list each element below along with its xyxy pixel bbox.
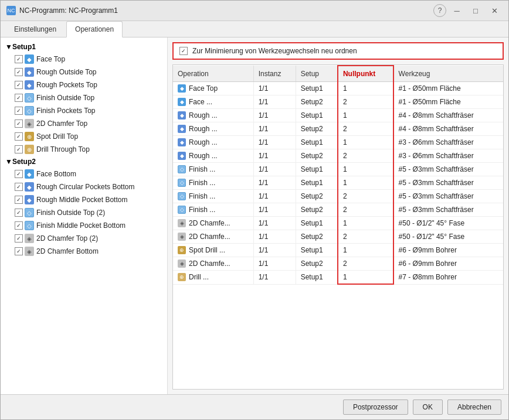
- row-op-label: Finish ...: [189, 165, 215, 173]
- sort-checkbox[interactable]: [179, 47, 188, 55]
- tree-item-rough-middle-bottom[interactable]: ◆ Rough Middle Pocket Bottom: [1, 193, 167, 206]
- title-bar-left: NC NC-Programm: NC-Programm1: [6, 6, 118, 15]
- tree-item-spot-drill-top[interactable]: ⊕ Spot Drill Top: [1, 130, 167, 143]
- 2d-chamfer-bottom-checkbox[interactable]: [15, 247, 23, 255]
- table-row[interactable]: ◈ 2D Chamfe... 1/1 Setup2 2 #6 - Ø9mm Bo…: [173, 257, 503, 271]
- tree-setup2-header[interactable]: ▼ Setup2: [1, 156, 167, 168]
- tree-item-rough-circular-bottom[interactable]: ◆ Rough Circular Pockets Bottom: [1, 180, 167, 193]
- rough-pockets-top-icon: ◆: [25, 80, 34, 90]
- 2d-chamfer-top-label: 2D Chamfer Top: [36, 119, 87, 128]
- td-instanz: 1/1: [253, 203, 296, 217]
- face-top-icon: ◆: [25, 54, 34, 64]
- table-row[interactable]: ◆ Rough ... 1/1 Setup2 2 #4 - Ø8mm Schaf…: [173, 122, 503, 136]
- tree-item-face-top[interactable]: ◆ Face Top: [1, 53, 167, 66]
- tree-item-2d-chamfer-top-2[interactable]: ◈ 2D Chamfer Top (2): [1, 232, 167, 245]
- 2d-chamfer-top-checkbox[interactable]: [15, 119, 23, 128]
- td-instanz: 1/1: [253, 257, 296, 271]
- row-op-icon: ◆: [178, 125, 186, 133]
- tree-item-face-bottom[interactable]: ◆ Face Bottom: [1, 168, 167, 180]
- td-instanz: 1/1: [253, 190, 296, 203]
- tree-item-drill-through-top[interactable]: ⊕ Drill Through Top: [1, 143, 167, 156]
- table-row[interactable]: ◇ Finish ... 1/1 Setup2 2 #5 - Ø3mm Scha…: [173, 203, 503, 217]
- tree-item-finish-outside-top-2[interactable]: ◇ Finish Outside Top (2): [1, 206, 167, 219]
- tab-operationen[interactable]: Operationen: [66, 21, 123, 37]
- table-row[interactable]: ◆ Rough ... 1/1 Setup2 2 #3 - Ø6mm Schaf…: [173, 149, 503, 163]
- minimize-button[interactable]: ─: [449, 4, 465, 17]
- td-nullpunkt: 2: [338, 257, 393, 271]
- td-werkzeug: #50 - Ø1/2" 45° Fase: [393, 230, 503, 244]
- rough-outside-top-checkbox[interactable]: [15, 68, 23, 76]
- td-setup: Setup2: [296, 190, 338, 203]
- tree-item-rough-pockets-top[interactable]: ◆ Rough Pockets Top: [1, 78, 167, 91]
- table-row[interactable]: ⊕ Drill ... 1/1 Setup1 1 #7 - Ø8mm Bohre…: [173, 271, 503, 285]
- td-setup: Setup2: [296, 122, 338, 136]
- tree-item-finish-middle-bottom[interactable]: ◇ Finish Middle Pocket Bottom: [1, 219, 167, 232]
- td-operation: ◇ Finish ...: [173, 176, 253, 190]
- drill-through-top-icon: ⊕: [25, 145, 34, 154]
- td-setup: Setup2: [296, 257, 338, 271]
- tab-einstellungen[interactable]: Einstellungen: [5, 21, 65, 37]
- operations-table-container[interactable]: Operation Instanz Setup Nullpunkt Werkze…: [172, 64, 504, 390]
- tree-item-finish-pockets-top[interactable]: ◇ Finish Pockets Top: [1, 104, 167, 117]
- drill-through-top-checkbox[interactable]: [15, 145, 23, 153]
- table-row[interactable]: ◇ Finish ... 1/1 Setup1 1 #5 - Ø3mm Scha…: [173, 176, 503, 190]
- td-werkzeug: #7 - Ø8mm Bohrer: [393, 271, 503, 285]
- row-op-label: 2D Chamfe...: [189, 259, 230, 268]
- main-panel: Zur Minimierung von Werkzeugwechseln neu…: [168, 37, 508, 394]
- row-op-icon: ⊕: [178, 246, 186, 254]
- td-operation: ◆ Face ...: [173, 95, 253, 109]
- face-top-checkbox[interactable]: [15, 55, 23, 63]
- cancel-button[interactable]: Abbrechen: [447, 399, 501, 415]
- table-row[interactable]: ◆ Face Top 1/1 Setup1 1 #1 - Ø50mm Fläch…: [173, 82, 503, 95]
- table-row[interactable]: ◇ Finish ... 1/1 Setup1 1 #5 - Ø3mm Scha…: [173, 163, 503, 176]
- finish-outside-top-2-checkbox[interactable]: [15, 209, 23, 217]
- finish-outside-top-label: Finish Outside Top: [36, 94, 94, 102]
- table-row[interactable]: ◆ Rough ... 1/1 Setup1 1 #4 - Ø8mm Schaf…: [173, 109, 503, 122]
- table-row[interactable]: ◆ Face ... 1/1 Setup2 2 #1 - Ø50mm Fläch…: [173, 95, 503, 109]
- td-werkzeug: #5 - Ø3mm Schaftfräser: [393, 203, 503, 217]
- spot-drill-top-icon: ⊕: [25, 132, 34, 141]
- maximize-button[interactable]: □: [467, 4, 484, 17]
- finish-outside-top-checkbox[interactable]: [15, 94, 23, 102]
- tree-item-2d-chamfer-top[interactable]: ◈ 2D Chamfer Top: [1, 117, 167, 130]
- tree-item-finish-outside-top[interactable]: ◇ Finish Outside Top: [1, 91, 167, 104]
- 2d-chamfer-top-2-checkbox[interactable]: [15, 234, 23, 243]
- table-row[interactable]: ◈ 2D Chamfe... 1/1 Setup1 1 #50 - Ø1/2" …: [173, 217, 503, 230]
- ok-button[interactable]: OK: [413, 399, 443, 415]
- td-nullpunkt: 1: [338, 136, 393, 149]
- close-button[interactable]: ✕: [486, 4, 503, 17]
- tree-item-rough-outside-top[interactable]: ◆ Rough Outside Top: [1, 66, 167, 78]
- row-op-icon: ◇: [178, 206, 186, 214]
- spot-drill-top-checkbox[interactable]: [15, 132, 23, 141]
- td-instanz: 1/1: [253, 244, 296, 257]
- td-setup: Setup2: [296, 230, 338, 244]
- rough-middle-bottom-checkbox[interactable]: [15, 196, 23, 204]
- row-op-icon: ◆: [178, 84, 186, 93]
- help-icon[interactable]: ?: [433, 4, 446, 17]
- td-operation: ◆ Rough ...: [173, 149, 253, 163]
- td-operation: ⊕ Spot Drill ...: [173, 244, 253, 257]
- finish-pockets-top-checkbox[interactable]: [15, 107, 23, 115]
- face-bottom-label: Face Bottom: [36, 170, 76, 178]
- td-werkzeug: #5 - Ø3mm Schaftfräser: [393, 176, 503, 190]
- finish-middle-bottom-checkbox[interactable]: [15, 221, 23, 230]
- row-op-icon: ⊕: [178, 273, 186, 281]
- table-row[interactable]: ◆ Rough ... 1/1 Setup1 1 #3 - Ø6mm Schaf…: [173, 136, 503, 149]
- row-op-label: Face Top: [189, 84, 218, 93]
- table-row[interactable]: ◇ Finish ... 1/1 Setup2 2 #5 - Ø3mm Scha…: [173, 190, 503, 203]
- tree-item-2d-chamfer-bottom[interactable]: ◈ 2D Chamfer Bottom: [1, 245, 167, 258]
- table-row[interactable]: ◈ 2D Chamfe... 1/1 Setup2 2 #50 - Ø1/2" …: [173, 230, 503, 244]
- tree-setup1-header[interactable]: ▼ Setup1: [1, 41, 167, 53]
- 2d-chamfer-top-icon: ◈: [25, 119, 34, 128]
- row-op-label: Finish ...: [189, 179, 215, 187]
- td-werkzeug: #3 - Ø6mm Schaftfräser: [393, 149, 503, 163]
- face-bottom-checkbox[interactable]: [15, 170, 23, 178]
- postprocessor-button[interactable]: Postprozessor: [343, 399, 408, 415]
- td-werkzeug: #5 - Ø3mm Schaftfräser: [393, 190, 503, 203]
- row-op-label: Drill ...: [189, 273, 209, 281]
- rough-pockets-top-checkbox[interactable]: [15, 81, 23, 89]
- td-werkzeug: #4 - Ø8mm Schaftfräser: [393, 122, 503, 136]
- td-nullpunkt: 1: [338, 176, 393, 190]
- rough-circular-bottom-checkbox[interactable]: [15, 183, 23, 191]
- table-row[interactable]: ⊕ Spot Drill ... 1/1 Setup1 1 #6 - Ø9mm …: [173, 244, 503, 257]
